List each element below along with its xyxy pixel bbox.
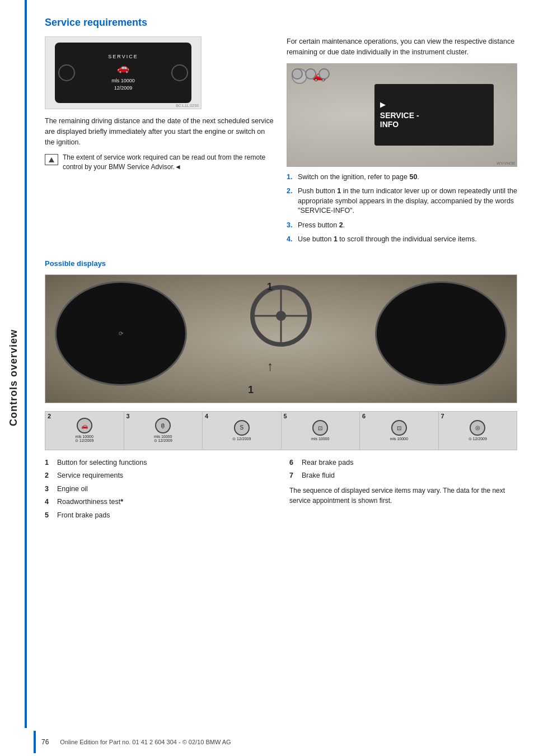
gauge-left [58,64,75,81]
gauge-4: 4 S ⊙ 12/2009 [203,412,282,450]
steps-list: 1. Switch on the ignition, refer to page… [287,172,517,245]
note-icon [45,154,58,165]
gauge-3: 3 🛢 mls 10000⊙ 12/2009 [124,412,203,450]
sidebar-blue-bar [25,0,27,756]
list-item-2: 2 Service requirements [45,471,273,481]
gauge-7: 7 ◎ ⊙ 12/2009 [439,412,517,450]
left-column: SERVICE 🚗 mls 10000 12/2009 BC:L1L:0293 … [45,36,275,249]
dash-left-cluster: ⟳ [55,281,187,386]
arrow-down: ↑ [267,358,274,374]
steering-wheel [250,285,312,347]
possible-displays-title: Possible displays [45,259,517,268]
list-item-3: 3 Engine oil [45,484,273,494]
page-title: Service requirements [45,17,517,29]
img-label-right: WY/VH/36 [496,161,515,165]
arrow-num-1-bottom: 1 [248,384,254,396]
items-left-col: 1 Button for selecting functions 2 Servi… [45,458,273,524]
service-info-image: 🚗 ▶ SERVICE -INFO WY/VH/36 [287,63,517,167]
step-1: 1. Switch on the ignition, refer to page… [287,172,517,183]
right-column: For certain maintenance operations, you … [287,36,517,249]
arrow-up-1: 1 [267,281,273,293]
items-right-col: 6 Rear brake pads 7 Brake fluid The sequ… [289,458,517,524]
footer-copyright: Online Edition for Part no. 01 41 2 604 … [60,739,231,745]
footer: 76 Online Edition for Part no. 01 41 2 6… [0,728,534,756]
ri-display-box: ▶ SERVICE -INFO [374,84,494,146]
gauge-2: 2 🚗 mls 10000⊙ 12/2009 [45,412,124,450]
items-section: 1 Button for selecting functions 2 Servi… [45,458,517,524]
ri-gauges-top [292,68,330,80]
note-bottom: The sequence of displayed service items … [289,486,517,506]
dash-right-cluster [375,281,507,386]
left-desc: The remaining driving distance and the d… [45,116,275,147]
note-box: The extent of service work required can … [45,153,275,172]
gauge-6: 6 ⊡ mls 10000 [360,412,439,450]
step-2: 2. Push button 1 in the turn indicator l… [287,186,517,216]
list-item-4: 4 Roadworthiness test* [45,497,273,507]
sidebar: Controls overview [0,0,27,756]
step-3: 3. Press button 2. [287,221,517,231]
list-item-1: 1 Button for selecting functions [45,458,273,468]
triangle-icon [49,157,54,162]
items-list-left: 1 Button for selecting functions 2 Servi… [45,458,273,521]
gauge-right [171,64,188,81]
cluster-service-label: SERVICE [108,54,138,59]
note-text: The extent of service work required can … [63,153,275,172]
cluster-image: SERVICE 🚗 mls 10000 12/2009 BC:L1L:0293 [45,36,202,109]
list-item-7: 7 Brake fluid [289,471,517,481]
ri-arrow-icon: ▶ [380,100,386,109]
possible-displays-section: Possible displays ⟳ 1 ↑ [45,259,517,524]
gauge-5: 5 ⊡ mls 10000 [282,412,360,450]
footer-bar [34,731,36,753]
right-intro: For certain maintenance operations, you … [287,36,517,58]
dash-img-label: BC:H:16424 [494,398,515,402]
dashboard-image: ⟳ 1 ↑ 1 BC:H:16424 [45,274,517,403]
footer-page: 76 [41,738,49,746]
cluster-car-icon: 🚗 [117,62,129,74]
ri-service-info-text: SERVICE -INFO [380,111,419,130]
list-item-6: 6 Rear brake pads [289,458,517,468]
img-label-left: BC:L1L:0293 [176,104,199,108]
cluster-mileage: mls 10000 12/2009 [111,77,135,91]
sidebar-label: Controls overview [8,329,20,426]
gauges-row: 2 🚗 mls 10000⊙ 12/2009 3 🛢 mls 10000⊙ 12… [45,411,517,450]
items-list-right: 6 Rear brake pads 7 Brake fluid [289,458,517,481]
list-item-5: 5 Front brake pads [45,511,273,521]
step-4: 4. Use button 1 to scroll through the in… [287,235,517,245]
